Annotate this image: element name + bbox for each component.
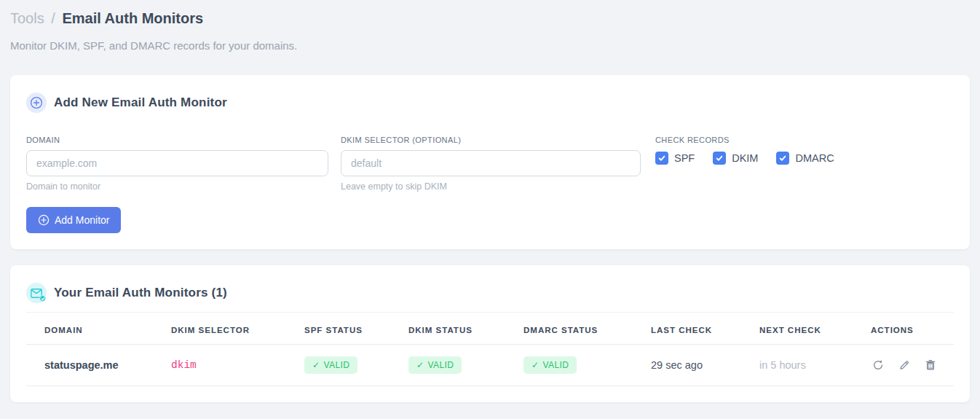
check-badge-icon [39,295,46,302]
add-monitor-card-header: Add New Email Auth Monitor [26,93,954,113]
monitor-actions [853,345,954,386]
table-header-row: DOMAIN DKIM SELECTOR SPF STATUS DKIM STA… [26,313,954,345]
dkim-selector-input[interactable] [341,150,641,176]
plus-circle-icon [38,214,50,226]
spf-status-badge: ✓ VALID [304,356,357,374]
col-header-dkim-selector: DKIM SELECTOR [153,313,286,345]
spf-status-text: VALID [323,360,349,370]
domain-field-group: DOMAIN Domain to monitor [26,136,328,192]
spf-checkbox-label: SPF [674,152,695,164]
monitor-domain: statuspage.me [26,345,153,386]
dmarc-checkbox-label: DMARC [795,152,834,164]
domain-label: DOMAIN [26,136,328,144]
domain-hint: Domain to monitor [26,181,328,192]
spf-status-cell: ✓ VALID [286,345,390,386]
page-header: Tools / Email Auth Monitors Monitor DKIM… [10,0,970,52]
dkim-checkbox[interactable]: DKIM [713,152,758,165]
monitors-list-header: Your Email Auth Monitors (1) [26,283,954,303]
col-header-domain: DOMAIN [26,313,153,345]
spf-checkbox[interactable]: SPF [655,152,695,165]
dkim-checkbox-box[interactable] [713,152,726,165]
envelope-check-icon [26,283,47,303]
dkim-selector-label: DKIM SELECTOR (OPTIONAL) [341,136,641,144]
check-records-group: CHECK RECORDS SPF DKIM [655,136,954,192]
dmarc-checkbox[interactable]: DMARC [776,152,834,165]
dkim-status-cell: ✓ VALID [390,345,505,386]
add-monitor-form: DOMAIN Domain to monitor DKIM SELECTOR (… [26,136,954,192]
trash-icon[interactable] [923,358,938,372]
check-glyph: ✓ [416,360,424,370]
check-records-label: CHECK RECORDS [655,136,954,144]
dkim-checkbox-label: DKIM [732,152,758,164]
dmarc-status-text: VALID [542,360,569,370]
breadcrumb-separator: / [51,10,55,26]
table-row: statuspage.me dkim ✓ VALID ✓ VALID [26,345,954,386]
page-title: Email Auth Monitors [62,10,203,26]
col-header-last-check: LAST CHECK [633,313,741,345]
domain-input[interactable] [26,150,328,176]
dkim-status-text: VALID [427,360,454,370]
add-monitor-title: Add New Email Auth Monitor [54,95,227,110]
edit-pencil-icon[interactable] [897,358,912,372]
col-header-spf-status: SPF STATUS [286,313,390,345]
add-monitor-button-label: Add Monitor [55,214,109,226]
monitor-last-check: 29 sec ago [633,345,741,386]
col-header-actions: ACTIONS [853,313,954,345]
col-header-next-check: NEXT CHECK [741,313,853,345]
breadcrumb: Tools / Email Auth Monitors [10,9,970,28]
monitors-list-title: Your Email Auth Monitors (1) [54,286,227,300]
email-auth-monitors-page: Tools / Email Auth Monitors Monitor DKIM… [0,0,980,411]
check-records-options: SPF DKIM DMARC [655,152,954,165]
dkim-status-badge: ✓ VALID [408,356,462,374]
monitors-table: DOMAIN DKIM SELECTOR SPF STATUS DKIM STA… [26,312,954,386]
plus-circle-icon [26,93,47,113]
spf-checkbox-box[interactable] [655,152,668,165]
monitor-dkim-selector: dkim [153,345,286,386]
monitors-list-card: Your Email Auth Monitors (1) DOMAIN DKIM… [10,265,970,402]
dkim-selector-field-group: DKIM SELECTOR (OPTIONAL) Leave empty to … [341,136,641,192]
dmarc-status-cell: ✓ VALID [505,345,633,386]
breadcrumb-tools-link[interactable]: Tools [10,10,44,26]
dmarc-checkbox-box[interactable] [776,152,789,165]
check-glyph: ✓ [312,360,320,370]
col-header-dkim-status: DKIM STATUS [390,313,505,345]
page-subtitle: Monitor DKIM, SPF, and DMARC records for… [10,39,970,52]
add-monitor-card: Add New Email Auth Monitor DOMAIN Domain… [10,75,970,249]
check-glyph: ✓ [532,360,539,370]
dmarc-status-badge: ✓ VALID [523,356,577,374]
refresh-icon[interactable] [871,358,885,372]
col-header-dmarc-status: DMARC STATUS [505,313,633,345]
monitor-next-check: in 5 hours [741,345,853,386]
add-monitor-button[interactable]: Add Monitor [26,207,121,233]
dkim-selector-hint: Leave empty to skip DKIM [341,181,641,192]
